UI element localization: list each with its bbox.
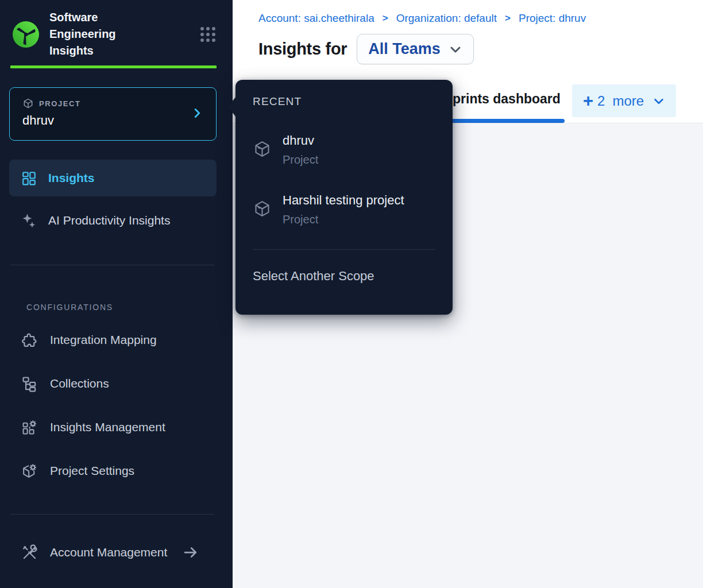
sidebar-item-label: AI Productivity Insights: [48, 214, 170, 227]
more-tabs-button[interactable]: + 2 more: [572, 84, 676, 117]
plus-icon: +: [583, 92, 593, 110]
popup-beak: [228, 96, 236, 117]
select-another-scope-link[interactable]: Select Another Scope: [253, 269, 435, 284]
scope-item-subtitle: Project: [283, 213, 404, 226]
cube-gear-icon: [21, 462, 38, 480]
sidebar-item-label: Integration Mapping: [50, 333, 157, 347]
app-switcher-icon[interactable]: [199, 26, 217, 43]
arrow-right-icon: [182, 544, 199, 561]
recent-section-title: RECENT: [253, 80, 435, 108]
sidebar-item-collections[interactable]: Collections: [0, 362, 233, 405]
sidebar-item-label: Insights Management: [50, 420, 165, 434]
breadcrumb: Account: sai.cheethirala > Organization:…: [258, 12, 586, 25]
sidebar-item-project-settings[interactable]: Project Settings: [0, 449, 233, 493]
sidebar-item-label: Collections: [50, 377, 109, 390]
scope-item-title: dhruv: [283, 133, 318, 148]
scope-item-subtitle: Project: [283, 153, 318, 167]
breadcrumb-organization[interactable]: Organization: default: [396, 12, 497, 25]
sei-logo-icon: [11, 20, 40, 49]
recent-scope-text: Harshil testing project Project: [283, 193, 404, 226]
hierarchy-icon: [21, 375, 38, 393]
sidebar-item-ai-productivity-insights[interactable]: AI Productivity Insights: [9, 202, 217, 239]
cube-icon: [253, 199, 272, 218]
sidebar-item-label: Account Management: [50, 546, 167, 559]
more-tabs-count: 2: [597, 93, 605, 109]
recent-scope-item-dhruv[interactable]: dhruv Project: [253, 133, 435, 167]
recent-scope-item-harshil-testing-project[interactable]: Harshil testing project Project: [253, 193, 435, 226]
project-scope-selector[interactable]: PROJECT dhruv: [9, 87, 217, 141]
sidebar-item-label: Project Settings: [50, 464, 134, 478]
chevron-down-icon: [449, 42, 462, 56]
scope-selector-popup: RECENT dhruv Project Harshil testing pro…: [235, 80, 453, 315]
chevron-right-icon: [191, 107, 203, 119]
insights-icon: [21, 170, 37, 187]
configurations-list: Integration Mapping Collections Insights…: [0, 318, 233, 493]
more-tabs-label: more: [612, 93, 644, 109]
breadcrumb-account[interactable]: Account: sai.cheethirala: [258, 12, 374, 25]
sidebar-divider: [10, 265, 214, 265]
active-dashboard-tab[interactable]: prints dashboard: [453, 91, 561, 107]
sidebar: Software Engineering Insights PROJECT dh…: [0, 0, 233, 588]
puzzle-icon: [21, 331, 38, 349]
project-card-name: dhruv: [22, 113, 204, 128]
sidebar-divider: [10, 514, 214, 514]
scope-item-title: Harshil testing project: [283, 193, 404, 208]
team-selector-label: All Teams: [368, 40, 441, 58]
sidebar-item-insights-management[interactable]: Insights Management: [0, 405, 233, 449]
insights-gear-icon: [21, 419, 38, 436]
configurations-section-title: CONFIGURATIONS: [26, 303, 233, 312]
recent-scope-text: dhruv Project: [283, 133, 318, 167]
breadcrumb-project[interactable]: Project: dhruv: [519, 12, 586, 25]
cube-icon: [253, 140, 272, 158]
chevron-down-icon: [652, 95, 665, 107]
sparkles-icon: [21, 212, 37, 229]
logo-row: Software Engineering Insights: [0, 0, 233, 59]
team-selector-button[interactable]: All Teams: [357, 34, 474, 64]
cube-icon: [22, 98, 34, 109]
crossed-tools-icon: [21, 544, 38, 562]
sidebar-item-label: Insights: [48, 171, 95, 185]
page-title: Insights for: [258, 40, 347, 59]
breadcrumb-separator: >: [383, 13, 388, 24]
brand-accent-rule: [10, 65, 217, 68]
breadcrumb-separator: >: [505, 13, 511, 24]
sidebar-item-account-management[interactable]: Account Management: [0, 534, 233, 571]
project-card-label: PROJECT: [39, 99, 81, 108]
popup-divider: [253, 249, 435, 250]
sidebar-item-insights[interactable]: Insights: [9, 160, 217, 196]
page-title-row: Insights for All Teams: [258, 34, 474, 64]
sidebar-item-integration-mapping[interactable]: Integration Mapping: [0, 318, 233, 362]
product-title: Software Engineering Insights: [49, 9, 153, 59]
